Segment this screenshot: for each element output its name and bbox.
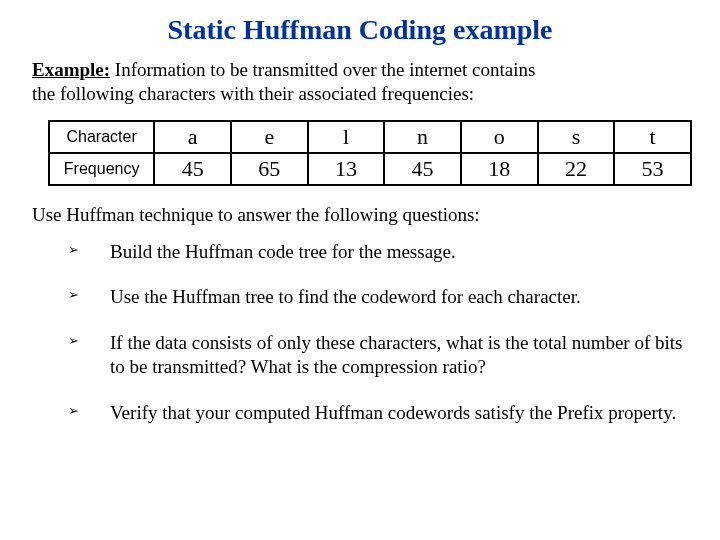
char-cell: t: [614, 121, 691, 153]
char-cell: l: [308, 121, 385, 153]
list-item: Build the Huffman code tree for the mess…: [68, 240, 692, 264]
char-cell: s: [538, 121, 615, 153]
frequency-table: Character a e l n o s t Frequency 45 65 …: [48, 120, 692, 186]
freq-cell: 22: [538, 153, 615, 185]
freq-cell: 45: [154, 153, 231, 185]
table-row: Frequency 45 65 13 45 18 22 53: [49, 153, 691, 185]
freq-cell: 18: [461, 153, 538, 185]
freq-cell: 65: [231, 153, 308, 185]
char-cell: n: [384, 121, 461, 153]
instruction-text: Use Huffman technique to answer the foll…: [32, 204, 692, 226]
char-cell: e: [231, 121, 308, 153]
row-header-frequency: Frequency: [49, 153, 154, 185]
example-line1: Information to be transmitted over the i…: [110, 59, 535, 80]
list-item: If the data consists of only these chara…: [68, 331, 692, 379]
freq-cell: 13: [308, 153, 385, 185]
freq-cell: 53: [614, 153, 691, 185]
questions-list: Build the Huffman code tree for the mess…: [68, 240, 692, 425]
row-header-character: Character: [49, 121, 154, 153]
freq-cell: 45: [384, 153, 461, 185]
slide: Static Huffman Coding example Example: I…: [0, 0, 720, 540]
list-item: Verify that your computed Huffman codewo…: [68, 401, 692, 425]
example-line2: the following characters with their asso…: [32, 83, 474, 104]
example-paragraph: Example: Information to be transmitted o…: [32, 58, 692, 106]
page-title: Static Huffman Coding example: [28, 14, 692, 46]
table-row: Character a e l n o s t: [49, 121, 691, 153]
example-label: Example:: [32, 59, 110, 80]
list-item: Use the Huffman tree to find the codewor…: [68, 285, 692, 309]
char-cell: o: [461, 121, 538, 153]
char-cell: a: [154, 121, 231, 153]
